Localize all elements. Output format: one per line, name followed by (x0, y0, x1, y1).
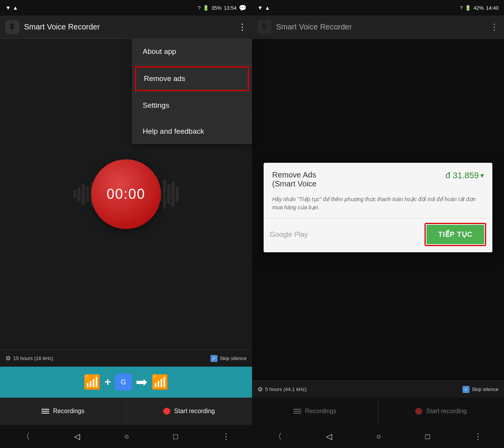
left-status-icons: ▼ ▲ (5, 5, 18, 11)
right-more-button[interactable]: ⋮ (490, 22, 499, 32)
purchase-dialog: Remove Ads(Smart Voice đ 31.859 ▾ Hãy nh… (264, 163, 492, 252)
clock-icon: ⚙ (5, 355, 11, 362)
left-app-title: Smart Voice Recorder (24, 22, 238, 31)
dropdown-menu: About app Remove ads Settings Help and f… (132, 39, 252, 144)
left-status-right: ? 🔋 35% 13:54 💬 (198, 4, 247, 12)
record-timer: 00:00 (107, 186, 145, 202)
left-bottom-status: ⚙ 15 hours (16 kHz) ✓ Skip silence (0, 350, 252, 367)
arrow-right-icon: ➡ (136, 374, 147, 390)
back-button[interactable]: ◁ (71, 429, 83, 444)
skip-silence-checkbox[interactable]: ✓ (211, 355, 217, 362)
wifi-icon: ▼ (5, 5, 11, 11)
right-app-header: 🎙 Smart Voice Recorder ⋮ (252, 16, 504, 39)
left-system-nav: 〈 ◁ ○ □ ⋮ (0, 425, 252, 448)
right-status-right: ? 🔋 42% 14:40 (460, 5, 499, 11)
left-phone-panel: ▼ ▲ ? 🔋 35% 13:54 💬 🎙 Smart Voice Record… (0, 0, 252, 448)
recents-button[interactable]: □ (170, 429, 181, 444)
right-system-nav: 〈 ◁ ○ □ ⋮ (252, 425, 504, 448)
right-main-content: Remove Ads(Smart Voice đ 31.859 ▾ Hãy nh… (252, 39, 504, 381)
dialog-price: đ 31.859 ▾ (445, 171, 484, 181)
left-app-icon: 🎙 (5, 20, 19, 34)
left-duration-text: 15 hours (16 kHz) (13, 355, 53, 361)
right-rec-dot-icon (415, 408, 422, 415)
left-recordings-label: Recordings (53, 408, 85, 415)
price-chevron-icon: ▾ (480, 171, 484, 180)
skip-silence-label: Skip silence (220, 355, 247, 361)
right-signal-icon: ▲ (265, 5, 270, 11)
battery-icon: 🔋 (203, 5, 209, 11)
dialog-title: Remove Ads(Smart Voice (272, 171, 445, 188)
right-back-chevron-button[interactable]: 〈 (271, 428, 285, 445)
left-time: 13:54 (224, 5, 236, 11)
right-battery-icon: 🔋 (465, 5, 471, 11)
right-app-title: Smart Voice Recorder (276, 22, 490, 31)
right-recordings-button[interactable]: Recordings (252, 398, 378, 425)
right-start-recording-label: Start recording (426, 408, 467, 415)
right-status-bar: ▼ ▲ ? 🔋 42% 14:40 (252, 0, 504, 16)
rec-dot-icon (163, 408, 170, 415)
google-play-label: Google Play (270, 231, 308, 239)
left-app-header: 🎙 Smart Voice Recorder ⋮ (0, 16, 252, 39)
right-time: 14:40 (486, 5, 499, 11)
question-icon: ? (198, 5, 200, 11)
right-bottom-status: ⚙ 5 hours (44.1 kHz) ✓ Skip silence (252, 381, 504, 398)
right-start-recording-button[interactable]: Start recording (378, 398, 504, 425)
dropdown-item-settings[interactable]: Settings (132, 93, 252, 119)
left-skip-silence[interactable]: ✓ Skip silence (211, 355, 247, 362)
left-more-button[interactable]: ⋮ (238, 22, 247, 32)
dropdown-item-remove-ads[interactable]: Remove ads (135, 66, 249, 91)
dialog-price-text: đ 31.859 (445, 171, 479, 181)
right-question-icon: ? (460, 5, 463, 11)
more-nav-button[interactable]: ⋮ (219, 429, 233, 444)
right-status-icons: ▼ ▲ (257, 5, 270, 11)
right-skip-silence[interactable]: ✓ Skip silence (463, 386, 499, 393)
left-start-recording-button[interactable]: Start recording (126, 398, 252, 425)
right-phone-panel: ▼ ▲ ? 🔋 42% 14:40 🎙 Smart Voice Recorder… (252, 0, 504, 448)
dialog-description: Hãy nhấn "Tiếp tục" để thêm phương thức … (264, 192, 492, 218)
right-clock-icon: ⚙ (257, 386, 263, 393)
dialog-footer: Google Play TIẾP TỤC (264, 218, 492, 252)
right-menu-lines-icon (293, 409, 301, 414)
right-back-button[interactable]: ◁ (323, 429, 335, 444)
right-battery-text: 42% (473, 5, 483, 11)
right-duration-text: 5 hours (44.1 kHz) (265, 386, 307, 392)
right-skip-silence-label: Skip silence (472, 386, 499, 392)
messenger-icon: 💬 (239, 4, 247, 12)
menu-lines-icon (41, 409, 49, 414)
ad-banner: 📶 + G ➡ 📶 (0, 367, 252, 398)
dialog-title-text: Remove Ads(Smart Voice (272, 171, 316, 188)
dropdown-item-help[interactable]: Help and feedback (132, 119, 252, 144)
right-recordings-label: Recordings (305, 408, 337, 415)
left-main-content: 00:00 About app Remove ads Settings Help… (0, 39, 252, 350)
continue-button-wrap[interactable]: TIẾP TỤC (425, 223, 486, 246)
right-skip-silence-checkbox[interactable]: ✓ (463, 386, 469, 393)
continue-button[interactable]: TIẾP TỤC (426, 225, 484, 244)
left-nav-bar: Recordings Start recording (0, 398, 252, 425)
signal-icon: ▲ (13, 5, 18, 11)
left-duration-status: ⚙ 15 hours (16 kHz) (5, 355, 53, 362)
wifi-ad-icon-2: 📶 (151, 374, 169, 390)
right-wifi-icon: ▼ (257, 5, 263, 11)
left-start-recording-label: Start recording (174, 408, 215, 415)
left-recordings-button[interactable]: Recordings (0, 398, 126, 425)
right-app-icon: 🎙 (257, 20, 271, 34)
record-button[interactable]: 00:00 (91, 159, 161, 229)
plus-icon: + (105, 376, 111, 388)
right-nav-bar: Recordings Start recording (252, 398, 504, 425)
wifi-ad-icon: 📶 (83, 374, 101, 390)
left-battery-text: 35% (211, 5, 221, 11)
left-status-bar: ▼ ▲ ? 🔋 35% 13:54 💬 (0, 0, 252, 16)
right-more-nav-button[interactable]: ⋮ (471, 429, 485, 444)
home-button[interactable]: ○ (121, 429, 132, 444)
right-duration-status: ⚙ 5 hours (44.1 kHz) (257, 386, 307, 393)
right-recents-button[interactable]: □ (422, 429, 433, 444)
right-home-button[interactable]: ○ (373, 429, 384, 444)
dropdown-item-about[interactable]: About app (132, 39, 252, 65)
google-assistant-icon: G (115, 374, 132, 391)
back-chevron-button[interactable]: 〈 (19, 428, 33, 445)
dialog-header: Remove Ads(Smart Voice đ 31.859 ▾ (264, 163, 492, 192)
